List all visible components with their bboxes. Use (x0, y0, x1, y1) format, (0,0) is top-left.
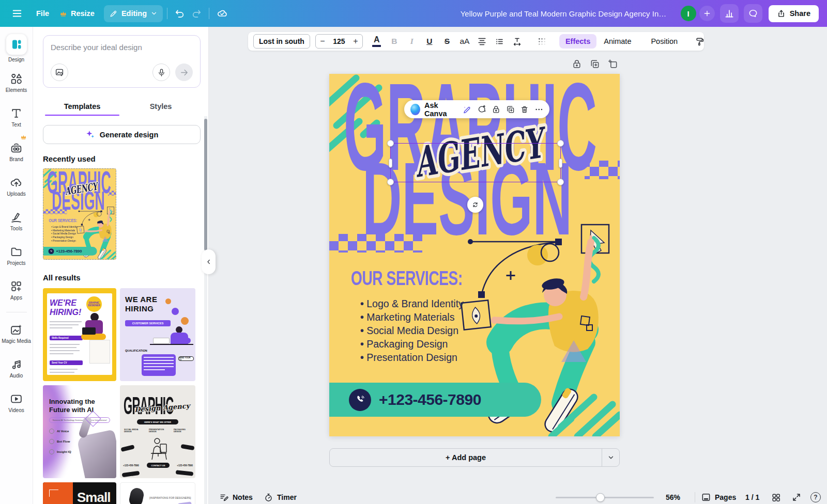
undo-button[interactable] (172, 4, 188, 23)
timer-button[interactable]: Timer (264, 491, 297, 504)
zoom-slider-thumb[interactable] (596, 493, 605, 502)
sidebar-item-uploads[interactable]: Uploads (0, 171, 33, 201)
sidebar-item-audio[interactable]: Audio (0, 353, 33, 383)
font-size-value[interactable]: 125 (329, 37, 349, 45)
poster-artwork-svg: GRAPHIC DESIGN AGENCY (329, 74, 620, 436)
font-size-decrease-button[interactable]: − (316, 37, 329, 46)
panel-scrollbar[interactable] (204, 116, 207, 504)
selection-handle-sw[interactable] (387, 179, 394, 185)
prompt-input[interactable] (51, 43, 193, 52)
sidebar-item-text[interactable]: Text (0, 102, 33, 132)
share-button[interactable]: Share (769, 5, 819, 22)
notes-button[interactable]: Notes (219, 491, 253, 504)
add-page-icon[interactable] (608, 59, 618, 69)
poster: GRAPHIC DESIGN AGENCY (329, 74, 620, 436)
sidebar-item-projects[interactable]: Projects (0, 241, 33, 271)
redo-button[interactable] (188, 4, 205, 23)
effects-button[interactable]: Effects (559, 34, 596, 49)
font-size-increase-button[interactable]: + (349, 37, 362, 46)
services-heading: OUR SERVICES: (49, 218, 78, 224)
duplicate-page-icon[interactable] (590, 59, 600, 69)
more-options-icon[interactable] (534, 104, 544, 115)
generate-design-button[interactable]: Generate design (43, 125, 201, 144)
text-color-button[interactable]: A (369, 34, 385, 49)
hamburger-menu-button[interactable] (8, 4, 26, 23)
editing-mode-dropdown[interactable]: Editing (104, 5, 163, 22)
underline-button[interactable]: U (422, 34, 437, 49)
comments-button[interactable] (744, 4, 762, 23)
strikethrough-button[interactable]: S (439, 34, 455, 49)
sidebar-item-apps[interactable]: Apps (0, 275, 33, 305)
text-case-button[interactable]: aA (457, 34, 472, 49)
animate-button[interactable]: Animate (599, 34, 636, 49)
list-button[interactable] (492, 34, 508, 49)
avatar[interactable]: I (681, 6, 696, 21)
letter-spacing-button[interactable] (510, 34, 525, 49)
selection-handle-e[interactable] (559, 159, 562, 168)
selection-handle-se[interactable] (557, 179, 564, 185)
add-image-button[interactable] (51, 64, 68, 81)
panel-collapse-button[interactable] (202, 249, 216, 274)
share-label: Share (790, 9, 810, 18)
selection-handle-nw[interactable] (387, 140, 394, 147)
template-thumbnail-innovating-ai[interactable]: Innovating the Future with AI National A… (43, 385, 116, 478)
document-title[interactable]: Yellow Purple and Teal Modern Graphic De… (461, 9, 667, 18)
transparency-button[interactable] (534, 34, 550, 49)
sidebar-item-brand[interactable]: Brand (0, 137, 33, 167)
grid-view-button[interactable] (771, 491, 781, 504)
template-thumbnail-were-hiring[interactable]: GRAPHIC DESIGNER WE'RE HIRING! Skills Re… (43, 288, 116, 381)
sidebar-item-design[interactable]: Design (0, 33, 33, 63)
voice-input-button[interactable] (152, 64, 170, 81)
insights-button[interactable] (720, 4, 739, 23)
magic-edit-icon[interactable] (463, 104, 472, 115)
sidebar-item-videos[interactable]: Videos (0, 388, 33, 418)
submit-prompt-button[interactable] (175, 64, 193, 81)
rotate-icon (471, 201, 479, 209)
template-thumbnail-we-are-hiring[interactable]: WE ARE HIRING CUSTOMER SERVICES QUALIFIC… (120, 288, 195, 381)
tab-templates[interactable]: Templates (43, 98, 121, 116)
selection-handle-ne[interactable] (557, 140, 564, 147)
delete-icon[interactable] (520, 104, 529, 115)
help-button[interactable]: ? (810, 491, 821, 504)
font-family-selector[interactable]: Lost in south (253, 34, 310, 49)
italic-button[interactable]: I (404, 34, 420, 49)
chevron-left-icon (206, 259, 212, 265)
comment-add-icon[interactable] (477, 104, 486, 115)
recently-used-heading: Recently used (43, 154, 200, 163)
sidebar-item-elements[interactable]: Elements (0, 68, 33, 98)
selection-handle-w[interactable] (389, 159, 392, 168)
template-thumbnail-small-business[interactable]: Small (43, 482, 116, 504)
zoom-level[interactable]: 56% (666, 491, 680, 504)
rotate-handle[interactable] (467, 197, 483, 213)
alignment-button[interactable] (474, 34, 490, 49)
lock-page-icon[interactable] (572, 59, 582, 69)
add-page-button[interactable]: + Add page (330, 453, 602, 462)
template-thumbnail-inspirations[interactable]: [INSPIRATIONS FOR DESIGNERS] (120, 482, 195, 504)
selection-box[interactable] (390, 143, 561, 182)
add-member-button[interactable] (699, 6, 715, 21)
service-item: Logo & Brand Identity (360, 297, 464, 310)
page-actions (572, 59, 618, 69)
lock-icon[interactable] (492, 104, 501, 115)
save-status-button[interactable] (213, 4, 231, 23)
brand-icon (10, 141, 23, 154)
tab-styles[interactable]: Styles (121, 98, 200, 116)
ask-canva-button[interactable]: Ask Canva (410, 101, 457, 118)
template-thumbnail-graphic-agency-bw[interactable]: GRAPHIC Design Agency HERE'S WHAT WE OFF… (120, 385, 195, 478)
resize-button[interactable]: Resize (54, 5, 100, 22)
sidebar-item-tools[interactable]: Tools (0, 206, 33, 236)
collapse-pages-button[interactable] (602, 449, 619, 466)
pages-button[interactable]: Pages (701, 491, 736, 504)
copy-style-button[interactable] (692, 34, 708, 49)
file-menu-button[interactable]: File (31, 5, 54, 22)
fullscreen-button[interactable] (792, 491, 801, 504)
sidebar-item-magic-media[interactable]: Magic Media (0, 319, 33, 349)
bold-button[interactable]: B (387, 34, 402, 49)
position-button[interactable]: Position (646, 34, 683, 49)
duplicate-icon[interactable] (506, 104, 515, 115)
canvas-page[interactable]: GRAPHIC DESIGN AGENCY (329, 74, 620, 436)
zoom-slider[interactable] (556, 497, 654, 498)
recent-template-thumbnail[interactable]: GRAPHIC DESIGN AGENCY (43, 168, 116, 260)
scrollbar-thumb[interactable] (204, 119, 207, 250)
panel-tabs: Templates Styles (43, 98, 200, 116)
